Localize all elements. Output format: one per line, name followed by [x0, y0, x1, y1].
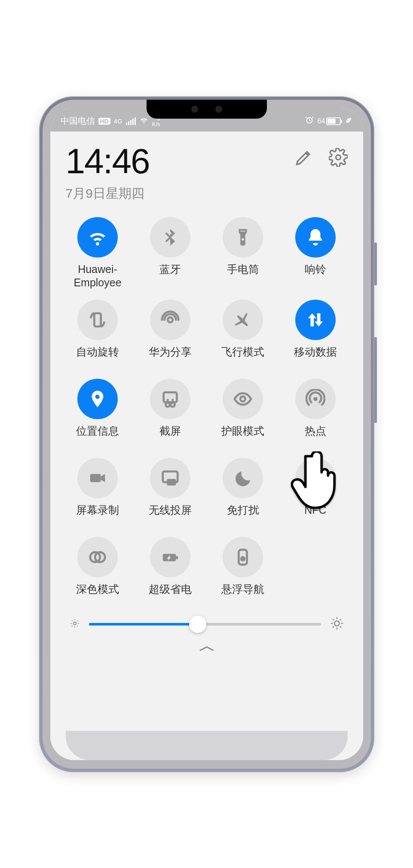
tile-label: 免打扰 — [227, 503, 259, 517]
phone-inner: 中国电信 HD 4G 0 K/s — [43, 100, 371, 769]
carrier-label: 中国电信 — [61, 115, 95, 127]
svg-rect-2 — [94, 313, 101, 327]
svg-point-1 — [336, 155, 340, 159]
clock-date: 7月9日星期四 — [66, 185, 150, 202]
brightness-track[interactable] — [89, 623, 321, 626]
tile-bluetooth[interactable]: 蓝牙 — [138, 217, 202, 290]
tile-label: 蓝牙 — [159, 263, 181, 276]
hd-icon: HD — [98, 118, 110, 125]
tile-screenshot[interactable]: 截屏 — [138, 379, 202, 448]
hotspot-icon[interactable] — [295, 379, 336, 419]
tile-battery[interactable]: 超级省电 — [138, 537, 202, 606]
leaf-icon — [344, 116, 353, 126]
tile-cast[interactable]: 无线投屏 — [138, 458, 202, 527]
svg-point-20 — [334, 621, 339, 626]
tile-label: 热点 — [305, 424, 326, 438]
tile-eye[interactable]: 护眼模式 — [211, 379, 275, 448]
flashlight-icon[interactable] — [223, 217, 263, 258]
tile-record[interactable]: 屏幕录制 — [66, 458, 130, 527]
tile-airplane[interactable]: 飞行模式 — [211, 300, 275, 368]
tile-label: 自动旋转 — [76, 345, 119, 359]
edit-icon[interactable] — [294, 148, 313, 167]
tile-label: 飞行模式 — [221, 345, 264, 359]
share-icon[interactable] — [150, 300, 190, 340]
svg-rect-16 — [176, 556, 178, 559]
alarm-icon — [305, 115, 314, 127]
svg-point-3 — [168, 317, 173, 322]
brightness-low-icon — [69, 618, 80, 631]
nfc-icon[interactable] — [295, 458, 336, 498]
svg-point-6 — [171, 403, 175, 407]
power-button — [374, 242, 377, 285]
svg-point-5 — [165, 403, 170, 407]
tile-label: 华为分享 — [149, 345, 192, 359]
tile-label: 悬浮导航 — [221, 583, 264, 596]
eye-icon[interactable] — [223, 379, 263, 419]
svg-point-8 — [313, 397, 318, 401]
airplane-icon[interactable] — [223, 300, 263, 340]
tile-label: 位置信息 — [76, 424, 119, 438]
bell-icon[interactable] — [295, 217, 336, 258]
tile-label: 屏幕录制 — [76, 503, 119, 517]
battery-icon[interactable] — [150, 537, 190, 577]
mobile-data-icon[interactable] — [295, 300, 336, 340]
tile-dnd[interactable]: 免打扰 — [211, 458, 275, 527]
wifi-status-icon — [139, 115, 149, 127]
bluetooth-icon[interactable] — [150, 217, 190, 258]
svg-point-18 — [241, 557, 245, 561]
tile-wifi[interactable]: Huawei-Employee — [66, 217, 130, 290]
tile-label: 超级省电 — [149, 583, 192, 596]
dnd-icon[interactable] — [223, 458, 263, 498]
svg-point-7 — [240, 396, 245, 402]
wifi-icon[interactable] — [77, 217, 118, 258]
tile-label: 手电筒 — [227, 263, 259, 276]
tile-label: 响铃 — [305, 263, 326, 276]
svg-point-19 — [73, 622, 76, 625]
collapse-handle-icon[interactable] — [194, 645, 220, 652]
screenshot-icon[interactable] — [150, 379, 190, 419]
tile-mobile-data[interactable]: 移动数据 — [284, 300, 348, 368]
screen: 中国电信 HD 4G 0 K/s — [50, 107, 363, 760]
tile-label: 无线投屏 — [149, 503, 192, 517]
tile-label: 截屏 — [159, 424, 181, 438]
brightness-slider[interactable] — [66, 616, 348, 632]
dark-icon[interactable] — [77, 537, 118, 577]
battery-indicator: 64 — [318, 117, 341, 125]
tile-location[interactable]: 位置信息 — [66, 379, 130, 448]
volume-button — [374, 337, 377, 423]
tile-rotate[interactable]: 自动旋转 — [66, 300, 130, 368]
svg-rect-9 — [90, 474, 101, 482]
tile-nfc[interactable]: NFC — [284, 458, 348, 527]
network-gen: 4G — [114, 117, 122, 125]
tile-label: Huawei-Employee — [66, 263, 130, 290]
brightness-high-icon — [330, 616, 344, 632]
tile-bell[interactable]: 响铃 — [284, 217, 348, 290]
tile-label: 护眼模式 — [221, 424, 264, 438]
tile-label: NFC — [304, 503, 326, 517]
tiles-grid: Huawei-Employee蓝牙手电筒响铃自动旋转华为分享飞行模式移动数据位置… — [66, 217, 348, 606]
location-icon[interactable] — [77, 379, 118, 419]
svg-rect-11 — [167, 479, 176, 485]
cast-icon[interactable] — [150, 458, 190, 498]
tile-share[interactable]: 华为分享 — [138, 300, 202, 368]
clock-time: 14:46 — [66, 144, 150, 179]
tile-label: 移动数据 — [294, 345, 337, 359]
quick-settings-panel: 14:46 7月9日星期四 Huawei-Employee蓝牙手电筒响铃自动旋转… — [50, 132, 363, 760]
tile-float-nav[interactable]: 悬浮导航 — [211, 537, 275, 606]
settings-icon[interactable] — [329, 148, 348, 167]
record-icon[interactable] — [77, 458, 118, 498]
signal-icon — [126, 117, 136, 125]
float-nav-icon[interactable] — [223, 537, 263, 577]
tile-hotspot[interactable]: 热点 — [284, 379, 348, 448]
tile-label: 深色模式 — [76, 583, 119, 596]
svg-rect-4 — [164, 393, 177, 402]
nav-bar-placeholder — [66, 731, 348, 760]
rotate-icon[interactable] — [77, 300, 118, 340]
tile-dark[interactable]: 深色模式 — [66, 537, 130, 606]
display-notch — [147, 100, 267, 119]
phone-frame: 中国电信 HD 4G 0 K/s — [39, 96, 374, 772]
brightness-thumb[interactable] — [189, 616, 206, 633]
tile-flashlight[interactable]: 手电筒 — [211, 217, 275, 290]
battery-percent: 64 — [318, 117, 325, 125]
